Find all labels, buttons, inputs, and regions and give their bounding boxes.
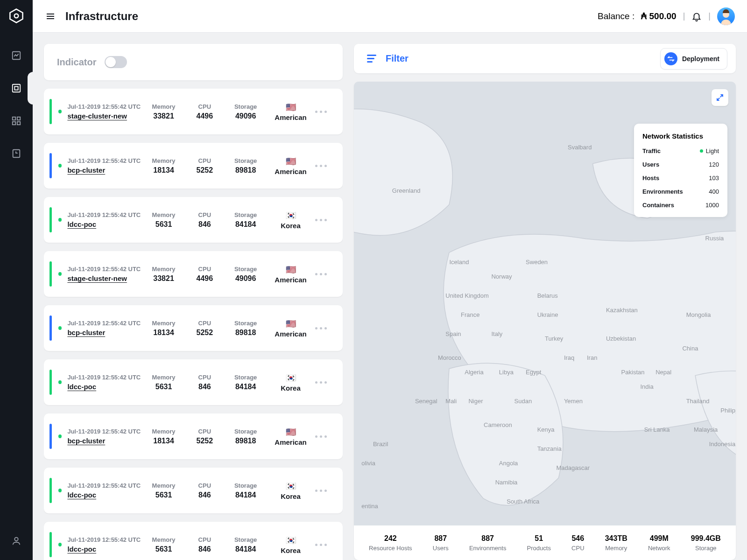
cluster-card[interactable]: Jul-11-2019 12:55:42 UTC bcp-cluster Mem… <box>44 143 343 189</box>
nav-reports[interactable] <box>0 137 33 170</box>
traffic-dot-icon <box>700 149 703 153</box>
cluster-card[interactable]: Jul-11-2019 12:55:42 UTC bcp-cluster Mem… <box>44 305 343 351</box>
more-options-icon[interactable] <box>315 490 327 492</box>
bottom-stat-label: Storage <box>691 545 721 552</box>
nav-apps[interactable] <box>0 105 33 137</box>
cluster-card[interactable]: Jul-11-2019 12:55:42 UTC bcp-cluster Mem… <box>44 413 343 459</box>
region-flag-icon: 🇰🇷 <box>266 373 315 383</box>
metric-label: Memory <box>143 103 184 110</box>
cluster-list: Jul-11-2019 12:55:42 UTC stage-cluster-n… <box>44 89 343 560</box>
metric-label: Memory <box>143 536 184 543</box>
bottom-stat: 499MNetwork <box>648 534 670 552</box>
cluster-timestamp: Jul-11-2019 12:55:42 UTC <box>67 157 143 164</box>
more-options-icon[interactable] <box>315 381 327 384</box>
more-options-icon[interactable] <box>315 435 327 438</box>
nav-analytics[interactable] <box>0 39 33 72</box>
region-name: Korea <box>266 384 315 392</box>
more-options-icon[interactable] <box>315 273 327 275</box>
metric-label: CPU <box>184 211 225 218</box>
cluster-name-link[interactable]: stage-cluster-new <box>67 112 143 120</box>
nav-infrastructure[interactable] <box>0 72 33 105</box>
more-options-icon[interactable] <box>315 327 327 329</box>
cluster-name-link[interactable]: ldcc-poc <box>67 491 143 499</box>
storage-value: 89818 <box>225 329 266 337</box>
status-dot-icon <box>58 272 62 276</box>
memory-value: 5631 <box>143 383 184 391</box>
metric-label: CPU <box>184 482 225 489</box>
bottom-stat-label: Network <box>648 545 670 552</box>
network-stat-label: Environments <box>642 188 683 195</box>
region-name: Korea <box>266 492 315 500</box>
network-stat-label: Users <box>642 161 659 168</box>
user-avatar[interactable] <box>717 7 735 25</box>
status-stripe <box>49 424 52 449</box>
svg-rect-6 <box>17 117 20 120</box>
cluster-timestamp: Jul-11-2019 12:55:42 UTC <box>67 536 143 543</box>
cluster-timestamp: Jul-11-2019 12:55:42 UTC <box>67 374 143 381</box>
balance-amount: ₳ 500.00 <box>641 11 676 21</box>
cluster-name-link[interactable]: ldcc-poc <box>67 220 143 228</box>
network-stat-row: Users120 <box>642 161 719 168</box>
network-stat-value: Light <box>700 147 719 154</box>
storage-value: 84184 <box>225 220 266 229</box>
more-options-icon[interactable] <box>315 219 327 221</box>
more-options-icon[interactable] <box>315 544 327 546</box>
bottom-stat: 546CPU <box>571 534 584 552</box>
more-options-icon[interactable] <box>315 111 327 113</box>
network-stat-label: Traffic <box>642 147 661 154</box>
bottom-stat: 887Environments <box>469 534 506 552</box>
metric-label: CPU <box>184 320 225 327</box>
bottom-stat: 242Resource Hosts <box>369 534 412 552</box>
notifications-icon[interactable] <box>691 11 702 21</box>
map-expand-button[interactable] <box>712 89 728 106</box>
status-dot-icon <box>58 326 62 330</box>
app-logo <box>7 7 26 25</box>
deployment-button[interactable]: Deployment <box>660 48 727 70</box>
bottom-stat-label: Products <box>527 545 551 552</box>
cluster-name-link[interactable]: ldcc-poc <box>67 545 143 553</box>
metric-label: CPU <box>184 536 225 543</box>
filter-icon[interactable] <box>367 55 376 63</box>
nav-profile[interactable] <box>0 536 33 546</box>
balance-label: Balance : <box>598 11 634 21</box>
svg-rect-5 <box>13 117 15 120</box>
cluster-card[interactable]: Jul-11-2019 12:55:42 UTC ldcc-poc Memory… <box>44 197 343 243</box>
cluster-timestamp: Jul-11-2019 12:55:42 UTC <box>67 103 143 110</box>
cpu-value: 4496 <box>184 112 225 120</box>
bottom-stat: 999.4GBStorage <box>691 534 721 552</box>
storage-value: 84184 <box>225 383 266 391</box>
cluster-card[interactable]: Jul-11-2019 12:55:42 UTC stage-cluster-n… <box>44 89 343 134</box>
page-title: Infrastructure <box>65 10 138 23</box>
filter-label[interactable]: Filter <box>386 53 409 64</box>
metric-label: Storage <box>225 320 266 327</box>
cpu-value: 5252 <box>184 166 225 175</box>
cluster-card[interactable]: Jul-11-2019 12:55:42 UTC stage-cluster-n… <box>44 251 343 297</box>
cluster-name-link[interactable]: bcp-cluster <box>67 166 143 174</box>
cluster-name-link[interactable]: ldcc-poc <box>67 383 143 391</box>
menu-toggle-icon[interactable] <box>45 11 56 22</box>
svg-point-1 <box>14 14 19 18</box>
status-stripe <box>49 261 52 287</box>
metric-label: Memory <box>143 374 184 381</box>
cluster-card[interactable]: Jul-11-2019 12:55:42 UTC ldcc-poc Memory… <box>44 522 343 560</box>
cluster-name-link[interactable]: stage-cluster-new <box>67 274 143 282</box>
storage-value: 89818 <box>225 166 266 175</box>
status-dot-icon <box>58 110 62 113</box>
more-options-icon[interactable] <box>315 165 327 167</box>
indicator-toggle[interactable] <box>105 56 127 68</box>
region-name: American <box>266 438 315 446</box>
bottom-stat-value: 343TB <box>605 534 627 543</box>
cluster-card[interactable]: Jul-11-2019 12:55:42 UTC ldcc-poc Memory… <box>44 359 343 405</box>
cluster-timestamp: Jul-11-2019 12:55:42 UTC <box>67 482 143 489</box>
metric-label: Memory <box>143 428 184 435</box>
region-flag-icon: 🇰🇷 <box>266 210 315 221</box>
status-dot-icon <box>58 434 62 438</box>
bottom-stat-value: 999.4GB <box>691 534 721 543</box>
cluster-name-link[interactable]: bcp-cluster <box>67 329 143 336</box>
cluster-name-link[interactable]: bcp-cluster <box>67 437 143 445</box>
cpu-value: 846 <box>184 545 225 553</box>
cluster-card[interactable]: Jul-11-2019 12:55:42 UTC ldcc-poc Memory… <box>44 468 343 513</box>
memory-value: 18134 <box>143 166 184 175</box>
svg-rect-4 <box>14 86 18 90</box>
bottom-stat: 343TBMemory <box>605 534 627 552</box>
